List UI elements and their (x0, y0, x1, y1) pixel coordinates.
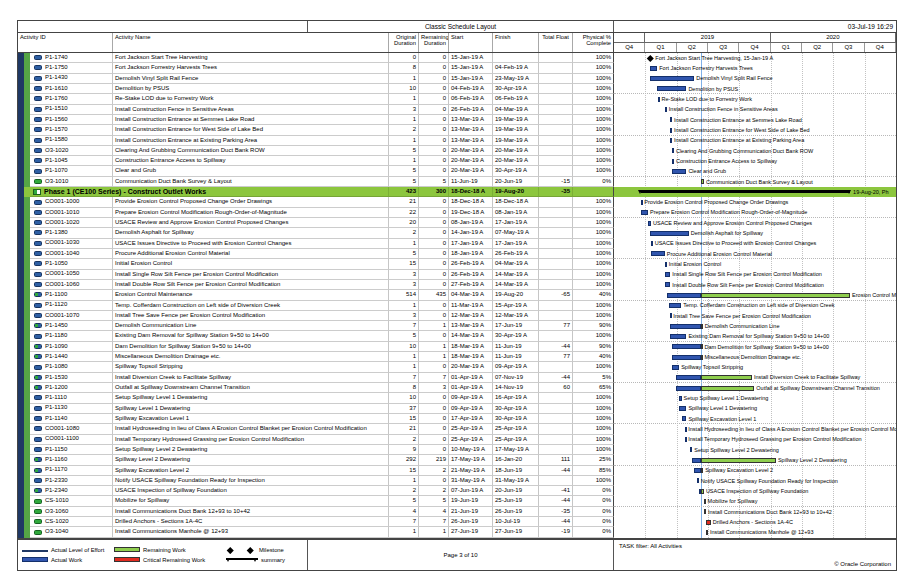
actual-work-bar[interactable] (670, 324, 701, 329)
activity-row[interactable]: CO001-1020USACE Review and Approve Erosi… (18, 218, 896, 228)
actual-work-bar[interactable] (641, 210, 648, 215)
actual-work-bar[interactable] (657, 86, 686, 91)
activity-row[interactable]: P1-1610Demolition by PSUS10004-Feb-19 A3… (18, 84, 896, 94)
remaining-work-bar[interactable] (701, 386, 755, 391)
wbs-group-row[interactable]: Phase 1 (CE100 Series) - Construct Outle… (18, 187, 896, 197)
actual-work-bar[interactable] (676, 375, 700, 380)
activity-row[interactable]: CS-1010Mobilize for Spillway5519-Jun-192… (18, 496, 896, 506)
activity-row[interactable]: CO001-1060Install Double Row Silt Fence … (18, 280, 896, 290)
actual-work-bar[interactable] (665, 272, 670, 277)
actual-work-bar[interactable] (665, 262, 667, 267)
actual-work-bar[interactable] (670, 334, 686, 339)
activity-row[interactable]: P1-1110Setup Spillway Level 1 Dewatering… (18, 393, 896, 403)
column-header-float[interactable]: Total Float (539, 33, 573, 52)
activity-row[interactable]: P1-1140Spillway Excavation Level 115017-… (18, 414, 896, 424)
column-header-pct[interactable]: Physical % Complete (573, 33, 614, 52)
activity-row[interactable]: O3-1060Install Communications Duct Bank … (18, 507, 896, 517)
actual-work-bar[interactable] (665, 107, 667, 112)
activity-row[interactable]: P1-1430Demolish Vinyl Split Rail Fence10… (18, 74, 896, 84)
actual-work-bar[interactable] (651, 251, 664, 256)
column-header-od[interactable]: Original Duration (389, 33, 419, 52)
activity-row[interactable]: P1-1050Initial Erosion Control15026-Feb-… (18, 259, 896, 269)
activity-row[interactable]: CO001-1070Install Tree Save Fence per Er… (18, 311, 896, 321)
remaining-work-bar[interactable] (701, 375, 752, 380)
actual-work-bar[interactable] (650, 76, 694, 81)
remaining-work-bar[interactable] (704, 509, 706, 514)
actual-work-bar[interactable] (641, 200, 643, 205)
remaining-work-bar[interactable] (701, 489, 704, 494)
activity-row[interactable]: P1-1380Demolish Asphalt for Spillway2014… (18, 228, 896, 238)
column-header-id[interactable]: Activity ID (18, 33, 113, 52)
activity-row[interactable]: P1-1170Spillway Excavation Level 215221-… (18, 466, 896, 476)
remaining-work-bar[interactable] (701, 293, 850, 298)
actual-work-bar[interactable] (667, 293, 701, 298)
activity-row[interactable]: P1-1180Existing Dam Removal for Spillway… (18, 331, 896, 341)
remaining-work-bar[interactable] (701, 355, 703, 360)
column-header-finish[interactable]: Finish (493, 33, 539, 52)
actual-work-bar[interactable] (648, 221, 651, 226)
actual-work-bar[interactable] (672, 365, 679, 370)
actual-work-bar[interactable] (690, 447, 692, 452)
remaining-work-bar[interactable] (701, 468, 703, 473)
activity-row[interactable]: O3-1020Clearing And Grubbing Communicati… (18, 146, 896, 156)
actual-work-bar[interactable] (672, 344, 701, 349)
activity-row[interactable]: P1-1150Setup Spillway Level 2 Dewatering… (18, 445, 896, 455)
activity-row[interactable]: P1-1760Re-Stake LOD due to Forrestry Wor… (18, 94, 896, 104)
activity-row[interactable]: P1-1560Install Construction Entrance at … (18, 115, 896, 125)
activity-row[interactable]: P1-1130Spillway Level 1 Dewatering37009-… (18, 404, 896, 414)
activity-row[interactable]: P1-1570Install Construction Entrance for… (18, 125, 896, 135)
actual-work-bar[interactable] (670, 128, 672, 133)
actual-work-bar[interactable] (679, 396, 681, 401)
actual-work-bar[interactable] (692, 458, 701, 463)
actual-work-bar[interactable] (670, 313, 672, 318)
activity-row[interactable]: O3-1040Install Communications Manhole @ … (18, 527, 896, 537)
actual-work-bar[interactable] (658, 97, 660, 102)
actual-work-bar[interactable] (672, 159, 674, 164)
activity-row[interactable]: P1-1100Erosion Control Maintenance514435… (18, 290, 896, 300)
actual-work-bar[interactable] (679, 406, 686, 411)
activity-row[interactable]: P1-1750Fort Jackson Forrestry Harvests T… (18, 63, 896, 73)
actual-work-bar[interactable] (669, 303, 681, 308)
activity-row[interactable]: P1-2340USACE Inspection of Spillway Foun… (18, 486, 896, 496)
actual-work-bar[interactable] (650, 231, 689, 236)
activity-row[interactable]: P1-1580Install Construction Entrance at … (18, 136, 896, 146)
activity-row[interactable]: P1-1080Spillway Topsoil Stripping1020-Ma… (18, 362, 896, 372)
activity-row[interactable]: P1-1510Install Construction Fence in Sen… (18, 105, 896, 115)
activity-row[interactable]: P1-1740Fort Jackson Start Tree Harvestin… (18, 53, 896, 63)
activity-row[interactable]: CO001-1000Provide Erosion Control Propos… (18, 197, 896, 207)
actual-work-bar[interactable] (697, 478, 699, 483)
activity-row[interactable]: P1-1200Outfall at Spillway Downstream Ch… (18, 383, 896, 393)
milestone-diamond[interactable] (647, 55, 653, 61)
actual-work-bar[interactable] (665, 282, 670, 287)
column-header-rd[interactable]: Remaining Duration (419, 33, 449, 52)
activity-row[interactable]: CO001-1040Procure Additional Erosion Con… (18, 249, 896, 259)
actual-work-bar[interactable] (672, 355, 701, 360)
actual-work-bar[interactable] (670, 117, 672, 122)
actual-work-bar[interactable] (682, 416, 686, 421)
activity-row[interactable]: P1-1450Demolish Communication Line7113-M… (18, 321, 896, 331)
activity-row[interactable]: CO001-1010Prepare Erosion Control Modifi… (18, 208, 896, 218)
actual-work-bar[interactable] (676, 386, 700, 391)
column-header-name[interactable]: Activity Name (113, 33, 389, 52)
activity-row[interactable]: CO001-1030USACE Issues Directive to Proc… (18, 239, 896, 249)
remaining-work-bar[interactable] (706, 530, 708, 535)
actual-work-bar[interactable] (685, 437, 687, 442)
remaining-work-bar[interactable] (701, 458, 776, 463)
actual-work-bar[interactable] (685, 427, 687, 432)
activity-row[interactable]: P1-1120Temp. Cofferdam Construction on L… (18, 301, 896, 311)
activity-row[interactable]: P1-1160Spillway Level 2 Dewatering292219… (18, 455, 896, 465)
activity-row[interactable]: O3-1010Communication Duct Bank Survey & … (18, 177, 896, 187)
actual-work-bar[interactable] (670, 138, 672, 143)
activity-row[interactable]: CO001-1080Install Hydroseeding in lieu o… (18, 424, 896, 434)
remaining-work-bar[interactable] (701, 344, 703, 349)
activity-row[interactable]: P1-1070Clear and Grub5020-Mar-19 A30-Apr… (18, 166, 896, 176)
remaining-work-bar[interactable] (701, 179, 704, 184)
activity-row[interactable]: P1-1530Install Diversion Creek to Facili… (18, 373, 896, 383)
actual-work-bar[interactable] (672, 148, 674, 153)
critical-remaining-bar[interactable] (706, 520, 711, 525)
actual-work-bar[interactable] (672, 169, 686, 174)
activity-row[interactable]: P1-1440Miscellaneous Demolition Drainage… (18, 352, 896, 362)
activity-row[interactable]: P1-1045Construction Entrance Access to S… (18, 156, 896, 166)
activity-row[interactable]: CO001-1050Install Single Row Silt Fence … (18, 270, 896, 280)
actual-work-bar[interactable] (650, 66, 657, 71)
